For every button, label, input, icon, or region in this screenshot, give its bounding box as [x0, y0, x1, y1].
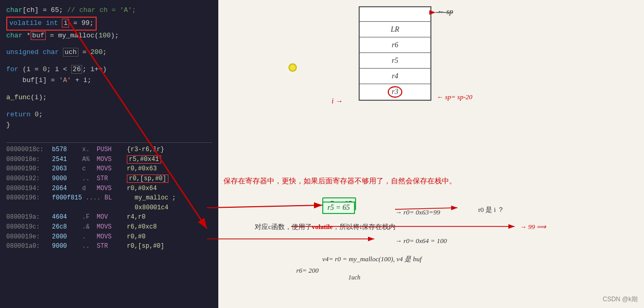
stack-row-r6: r6 — [360, 37, 430, 53]
asm-line-10: 080001a0: 9000 .. STR r0,[sp,#0] — [6, 242, 212, 251]
r0-i-question: r0 是 i ？ — [478, 205, 504, 215]
code-line-buf: char *buf = my_malloc(100); — [6, 31, 212, 42]
code-line-volatile: volatile int i = 99; — [9, 18, 94, 29]
stack-label-r3: r3 — [388, 86, 402, 98]
cursor-dot — [288, 63, 297, 72]
asm-line-7: 0800019a: 4604 .F MOV r4,r0 — [6, 212, 212, 222]
code-line-uch: unsigned char uch = 200; — [6, 47, 212, 58]
stack-row-empty — [360, 7, 430, 22]
code-line-brace: } — [6, 120, 212, 131]
stack-row-lr: LR — [360, 22, 430, 37]
watermark: CSDN @k期 — [602, 295, 638, 304]
code-line-1: char[ch] = 65; // char ch = 'A'; — [6, 5, 212, 16]
code-line-afunc: a_func(i); — [6, 92, 212, 103]
asm-line-8: 0800019c: 26c8 .& MOVS r6,#0xc8 — [6, 222, 212, 232]
volatile-annotation: 对应c函数，使用了volatile，所以将i保存在栈内 — [255, 222, 396, 232]
asm-line-6: 08000196: f000f815 .... BL my_malloc ; 0… — [6, 193, 212, 212]
main-container: char[ch] = 65; // char ch = 'A'; volatil… — [0, 0, 644, 308]
arrow-99-annotation: → 99 ⟹ — [520, 222, 547, 232]
asm-line-4: 08000192: 9000 .. STR r0,[sp,#0] — [6, 174, 212, 184]
asm-line-5: 08000194: 2064 d MOVS r0,#0x64 — [6, 184, 212, 194]
stack-diagram: LR r6 r5 r4 r3 — [359, 6, 431, 101]
code-line-buf-assign: buf[i] = 'A' + i; — [6, 75, 212, 86]
r0-100-annotation: → r0= 0x64 = 100 — [395, 236, 447, 246]
r6-200-annotation: r6= 200 — [296, 266, 319, 275]
white-area: LR r6 r5 r4 r3 ← sp ← sp= sp-20 — [218, 0, 644, 308]
asm-line-9: 0800019e: 2000 . MOVS r0,#0 — [6, 232, 212, 242]
stack-label-lr: LR — [391, 25, 399, 34]
stack-label-r6: r6 — [392, 41, 398, 49]
asm-line-1: 08000018c: b578 x. PUSH {r3-r6,lr} — [6, 145, 212, 155]
i-arrow-label: i → — [332, 97, 343, 106]
code-line-return: return 0; — [6, 110, 212, 120]
annotation-save-registers: 保存在寄存器中，更快，如果后面寄存器不够用了，自然会保存在栈中。 — [224, 177, 456, 186]
code-area: char[ch] = 65; // char ch = 'A'; volatil… — [0, 0, 218, 308]
sp-equation-label: ← sp= sp-20 — [437, 92, 472, 102]
r5-65-result: r5 = 65 — [322, 202, 355, 214]
asm-line-3: 08000190: 2063 c MOVS r0,#0x63 — [6, 164, 212, 174]
v4-buf-annotation: v4= r0 = my_malloc(100), v4 是 buf — [322, 255, 422, 264]
asm-line-2: 0800018e: 2541 A% MOVS r5,#0x41 — [6, 155, 212, 165]
stack-row-r4: r4 — [360, 69, 430, 84]
stack-label-r4: r4 — [392, 72, 398, 81]
stack-row-r5: r5 — [360, 53, 430, 69]
stack-row-r3: r3 — [360, 84, 430, 100]
stack-label-r5: r5 — [392, 57, 398, 65]
uch-annotation: 1uch — [348, 273, 360, 282]
code-line-for: for (i = 0; i < 26; i++) — [6, 64, 212, 75]
r0-99-annotation: → r0= 0x63=99 — [395, 208, 440, 217]
sp-top-label: ← sp — [437, 7, 453, 17]
